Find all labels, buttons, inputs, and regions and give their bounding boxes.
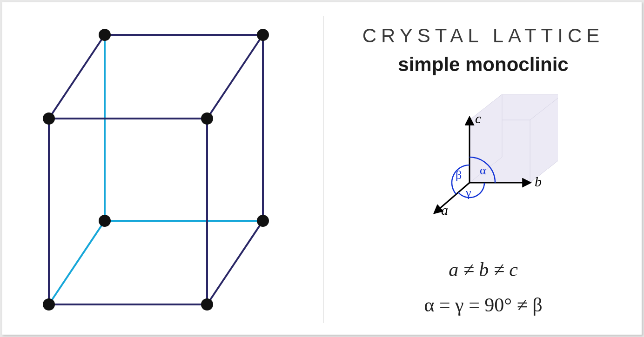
lattice-vertex [257, 29, 269, 41]
lattice-vertex [99, 29, 111, 41]
lattice-edge-back [49, 221, 105, 304]
lattice-edge-front [207, 221, 263, 304]
relations: a ≠ b ≠ c α = γ = 90° ≠ β [324, 252, 643, 323]
lattice-edge-front [207, 35, 263, 119]
axes-diagram-wrap: cbaαβγ [324, 94, 643, 234]
axis-label-a: a [441, 202, 448, 218]
lattice-vertex [43, 112, 55, 125]
angle-label-gamma: γ [465, 186, 471, 199]
lattice-pane [2, 2, 323, 336]
axis-label-c: c [475, 111, 481, 126]
angle-label-beta: β [456, 168, 462, 182]
angle-relation: α = γ = 90° ≠ β [324, 288, 643, 323]
info-pane: CRYSTAL LATTICE simple monoclinic cbaαβγ… [324, 2, 643, 336]
diagram-card: CRYSTAL LATTICE simple monoclinic cbaαβγ… [2, 2, 642, 335]
lattice-edge-front [49, 35, 105, 119]
angle-label-alpha: α [480, 164, 486, 177]
lattice-vertex [43, 298, 55, 311]
title-line1: CRYSTAL LATTICE [324, 25, 643, 47]
angle-arc [458, 183, 484, 198]
axis-label-b: b [535, 174, 542, 189]
lattice-vertex [99, 215, 111, 227]
lattice-vertex [201, 112, 213, 125]
axes-svg: cbaαβγ [409, 94, 558, 234]
lattice-vertex [201, 298, 213, 311]
edge-relation: a ≠ b ≠ c [324, 252, 643, 288]
lattice-vertex [257, 215, 269, 227]
lattice-svg [2, 2, 323, 336]
title-line2: simple monoclinic [324, 53, 643, 76]
